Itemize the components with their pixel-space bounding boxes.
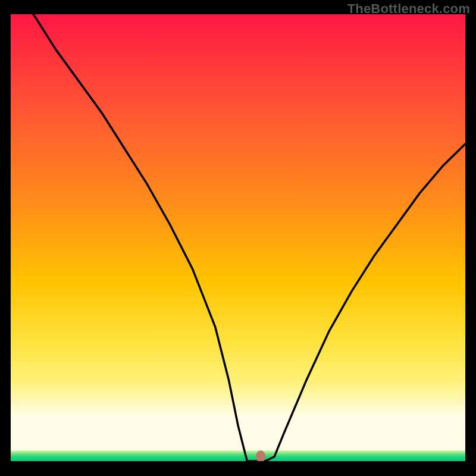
curve-svg	[11, 14, 465, 461]
chart-container: TheBottleneck.com	[0, 0, 476, 476]
minimum-marker	[256, 450, 265, 461]
bottleneck-curve	[33, 14, 465, 461]
watermark-text: TheBottleneck.com	[347, 1, 470, 17]
plot-area	[11, 14, 465, 461]
